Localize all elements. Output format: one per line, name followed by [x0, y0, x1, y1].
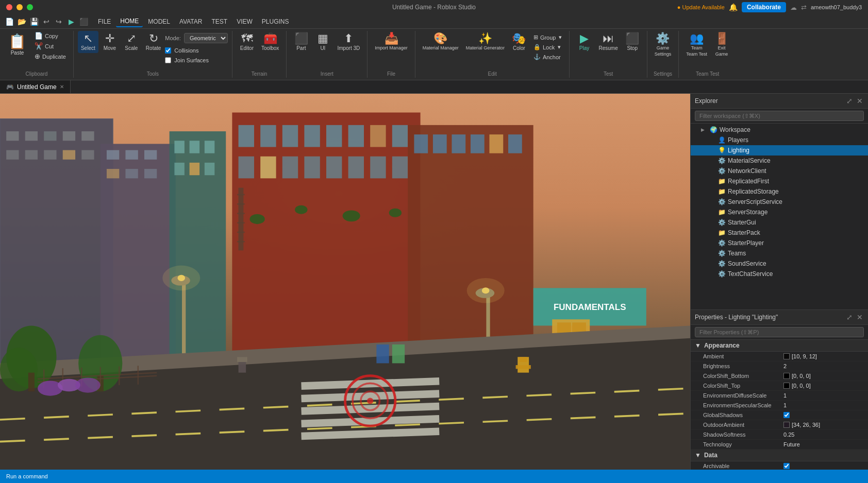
prop-checkbox-globalshadows[interactable]: [783, 412, 790, 418]
tree-item-serverscriptservice[interactable]: ⚙️ ServerScriptService: [691, 197, 868, 207]
color-button[interactable]: 🎭 Color: [509, 31, 529, 53]
viewport[interactable]: FUNDAMENTALS: [0, 94, 690, 470]
join-surfaces-checkbox[interactable]: [165, 57, 171, 63]
prop-row-ambient[interactable]: Ambient [10, 9, 12]: [691, 352, 868, 361]
explorer-search-input[interactable]: [695, 111, 864, 121]
explorer-close-icon[interactable]: ✕: [856, 96, 864, 106]
anchor-button[interactable]: ⚓ Anchor: [530, 53, 565, 61]
resume-button[interactable]: ⏭ Resume: [595, 31, 621, 53]
menu-file[interactable]: FILE: [94, 16, 115, 27]
menu-home[interactable]: HOME: [116, 16, 143, 27]
explorer-header: Explorer ⤢ ✕: [691, 94, 868, 109]
prop-row-globalshadows[interactable]: GlobalShadows: [691, 410, 868, 420]
properties-expand-icon[interactable]: ⤢: [845, 312, 854, 322]
material-manager-button[interactable]: 🎨 Material Manager: [420, 31, 462, 53]
settings-label: Settings: [654, 71, 672, 78]
prop-row-environmentspecularscale[interactable]: EnvironmentSpecularScale 1: [691, 401, 868, 410]
tree-item-materialservice[interactable]: ⚙️ MaterialService: [691, 156, 868, 166]
update-badge[interactable]: ● Update Available: [677, 4, 725, 10]
team-test-button[interactable]: 👥 Team Team Test: [683, 31, 710, 59]
tree-item-players[interactable]: 👤 Players: [691, 135, 868, 145]
undo-icon[interactable]: ↩: [41, 16, 52, 27]
prop-row-archivable[interactable]: Archivable: [691, 461, 868, 470]
game-settings-button[interactable]: ⚙️ Game Settings: [652, 31, 675, 59]
menu-test[interactable]: TEST: [207, 16, 231, 27]
menu-model[interactable]: MODEL: [144, 16, 174, 27]
save-icon[interactable]: 💾: [29, 16, 39, 27]
select-button[interactable]: ↖ Select: [78, 31, 98, 53]
prop-row-technology[interactable]: Technology Future: [691, 440, 868, 450]
tree-item-replicatedstorage[interactable]: 📁 ReplicatedStorage: [691, 186, 868, 197]
share-icon[interactable]: ⇄: [801, 4, 807, 11]
collaborate-button[interactable]: Collaborate: [742, 2, 786, 12]
cut-button[interactable]: ✂️ Cut: [31, 41, 69, 51]
prop-row-colorshift-top[interactable]: ColorShift_Top [0, 0, 0]: [691, 381, 868, 391]
exit-game-label2: Game: [715, 51, 728, 57]
paste-button[interactable]: 📋 Paste: [4, 31, 30, 58]
ui-button[interactable]: ▦ UI: [312, 31, 333, 53]
toolbox-button[interactable]: 🧰 Toolbox: [258, 31, 282, 53]
tab-untitled-game[interactable]: 🎮 Untitled Game ✕: [0, 80, 71, 93]
prop-row-brightness[interactable]: Brightness 2: [691, 361, 868, 371]
tree-item-networkclient[interactable]: ⚙️ NetworkClient: [691, 166, 868, 176]
tree-icon-lighting: 💡: [717, 146, 726, 154]
properties-search-input[interactable]: [695, 327, 864, 337]
import-manager-button[interactable]: 📥 Import Manager: [372, 31, 411, 53]
menu-plugins[interactable]: PLUGINS: [258, 16, 293, 27]
maximize-button[interactable]: [27, 4, 33, 10]
prop-checkbox-archivable[interactable]: [783, 463, 790, 469]
tree-item-soundservice[interactable]: ⚙️ SoundService: [691, 258, 868, 269]
collisions-checkbox[interactable]: [165, 47, 171, 54]
tree-item-serverstorage[interactable]: 📁 ServerStorage: [691, 207, 868, 217]
exit-game-button[interactable]: 🚪 Exit Game: [711, 31, 732, 59]
explorer-expand-icon[interactable]: ⤢: [845, 96, 854, 106]
tree-item-lighting[interactable]: 💡 Lighting: [691, 145, 868, 156]
duplicate-button[interactable]: ⊕ Duplicate: [31, 51, 69, 61]
menu-view[interactable]: VIEW: [232, 16, 257, 27]
tree-item-starterplayer[interactable]: ⚙️ StarterPlayer: [691, 238, 868, 248]
editor-button[interactable]: 🗺 Editor: [237, 31, 257, 53]
group-dropdown-icon[interactable]: ▾: [559, 34, 562, 41]
close-button[interactable]: [6, 4, 12, 10]
tree-item-startergui[interactable]: ⚙️ StarterGui: [691, 217, 868, 228]
part-button[interactable]: ⬛ Part: [291, 31, 311, 53]
redo-icon[interactable]: ↪: [54, 16, 64, 27]
rotate-button[interactable]: ↻ Rotate: [143, 31, 164, 53]
properties-close-icon[interactable]: ✕: [856, 312, 864, 322]
material-generator-button[interactable]: ✨ Material Generator: [463, 31, 508, 53]
stop-quick-icon[interactable]: ⬛: [78, 16, 89, 27]
tree-item-starterpack[interactable]: 📁 StarterPack: [691, 228, 868, 238]
minimize-button[interactable]: [16, 4, 23, 10]
explorer-filter: [691, 109, 868, 124]
tree-item-textchatservice[interactable]: ⚙️ TextChatService: [691, 269, 868, 279]
group-button[interactable]: ⊞ Group ▾: [530, 33, 565, 42]
import3d-button[interactable]: ⬆ Import 3D: [334, 31, 363, 53]
join-surfaces-checkbox-row[interactable]: Join Surfaces: [165, 57, 228, 63]
data-section-header[interactable]: ▼ Data: [691, 450, 868, 461]
prop-row-colorshift-bottom[interactable]: ColorShift_Bottom [0, 0, 0]: [691, 371, 868, 381]
play-button[interactable]: ▶ Play: [574, 31, 594, 53]
prop-row-shadowsoftness[interactable]: ShadowSoftness 0.25: [691, 430, 868, 440]
stop-button[interactable]: ⬛ Stop: [622, 31, 643, 53]
notification-icon[interactable]: 🔔: [729, 3, 738, 11]
username-label[interactable]: ameowth07_buddy3: [811, 4, 862, 10]
scale-button[interactable]: ⤢ Scale: [121, 31, 142, 53]
menu-avatar[interactable]: AVATAR: [175, 16, 206, 27]
play-quick-icon[interactable]: ▶: [66, 16, 76, 27]
tree-item-replicatedfirst[interactable]: 📁 ReplicatedFirst: [691, 176, 868, 186]
mode-select[interactable]: Geometric Physical: [184, 33, 228, 43]
prop-row-outdoorambient[interactable]: OutdoorAmbient [34, 26, 36]: [691, 420, 868, 430]
prop-row-environmentdiffusescale[interactable]: EnvironmentDiffuseScale 1: [691, 391, 868, 401]
svg-rect-12: [63, 150, 75, 160]
appearance-section-header[interactable]: ▼ Appearance: [691, 340, 868, 352]
tab-close-icon[interactable]: ✕: [60, 84, 64, 90]
move-button[interactable]: ✛ Move: [99, 31, 120, 53]
tree-item-teams[interactable]: ⚙️ Teams: [691, 248, 868, 258]
lock-dropdown-icon[interactable]: ▾: [558, 44, 561, 50]
collisions-checkbox-row[interactable]: Collisions: [165, 47, 228, 54]
copy-button[interactable]: 📄 Copy: [31, 31, 69, 41]
open-file-icon[interactable]: 📂: [16, 16, 27, 27]
new-file-icon[interactable]: 📄: [4, 16, 14, 27]
tree-item-workspace[interactable]: ▶ 🌍 Workspace: [691, 125, 868, 135]
lock-button[interactable]: 🔒 Lock ▾: [530, 43, 565, 51]
